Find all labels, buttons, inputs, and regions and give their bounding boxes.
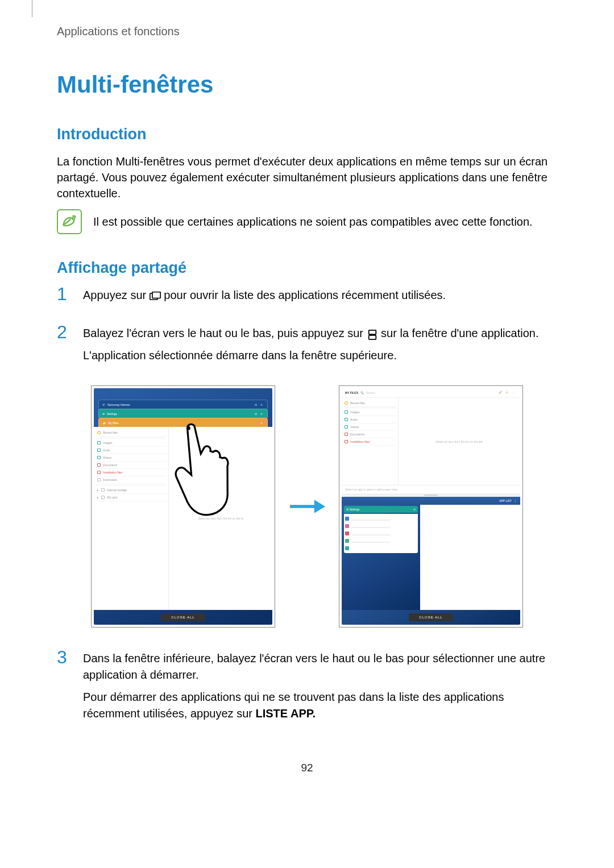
svg-marker-6 [314, 500, 325, 513]
app-list-label[interactable]: APP LIST [499, 499, 512, 502]
close-all-button[interactable]: CLOSE ALL [409, 613, 453, 621]
arrow-right-icon [289, 495, 325, 518]
device-recents: ⏱Samsung Internet⊟✕ ⚙Settings⊟✕ 📁My File… [91, 385, 275, 628]
step3-text-a: Dans la fenêtre inférieure, balayez l'éc… [83, 650, 557, 683]
intro-body: La fonction Multi-fenêtres vous permet d… [57, 153, 557, 201]
mic-icon[interactable]: 🎤 [499, 391, 503, 395]
figure-split-view: ⏱Samsung Internet⊟✕ ⚙Settings⊟✕ 📁My File… [57, 385, 557, 628]
more-icon[interactable]: ⋮ [512, 391, 517, 395]
split-hint: Select an app to open in split screen vi… [342, 485, 520, 493]
step2-text-c: L'application sélectionnée démarre dans … [83, 347, 557, 364]
step-number: 1 [57, 285, 74, 309]
recents-card[interactable]: ⏱Samsung Internet⊟✕ [98, 400, 268, 409]
svg-rect-2 [368, 330, 376, 334]
page-title: Multi-fenêtres [57, 71, 557, 98]
recents-card[interactable]: ⚙Settings⊟✕ [98, 409, 268, 418]
step-number: 2 [57, 323, 74, 369]
step-number: 3 [57, 648, 74, 728]
multiwindow-icon [367, 328, 378, 338]
svg-rect-1 [152, 292, 160, 298]
recents-icon [150, 290, 161, 300]
svg-rect-3 [368, 335, 376, 339]
more-icon[interactable]: ⋮ [514, 499, 517, 502]
step1-text-b: pour ouvrir la liste des applications ré… [164, 289, 446, 301]
note-text: Il est possible que certaines applicatio… [93, 209, 533, 230]
section-heading-split: Affichage partagé [57, 259, 557, 277]
grid-icon[interactable]: ▦ [505, 391, 510, 395]
close-all-button[interactable]: CLOSE ALL [161, 613, 205, 621]
device-split-result: MY FILES 🔍 Search 🎤 ▦ ⋮ Recent files Ima… [339, 385, 523, 628]
page-number: 92 [57, 762, 557, 774]
step1-text-a: Appuyez sur [83, 289, 150, 301]
section-heading-introduction: Introduction [57, 126, 557, 143]
breadcrumb: Applications et fonctions [57, 25, 557, 38]
step2-text-b: sur la fenêtre d'une application. [381, 327, 538, 339]
recents-card[interactable]: 📁My Files✕ [98, 418, 268, 427]
note-icon [57, 209, 82, 234]
liste-app-label: LISTE APP. [255, 707, 316, 720]
recents-card-settings[interactable]: ⚙ Settings✕ [344, 506, 418, 513]
app-title: MY FILES [345, 391, 358, 394]
step2-text-a: Balayez l'écran vers le haut ou le bas, … [83, 327, 367, 339]
